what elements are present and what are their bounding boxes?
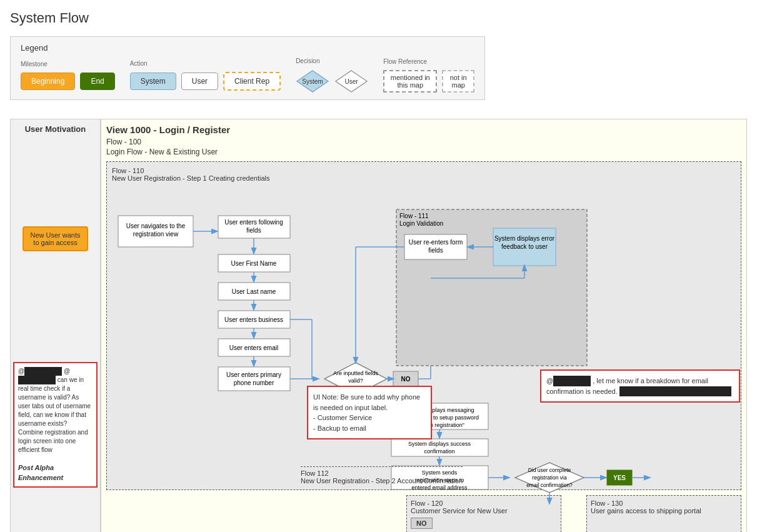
comment-box-right: @■■■■■ , let me know if a breakdown for … [540, 369, 740, 403]
svg-text:YES: YES [613, 474, 626, 481]
legend-end: End [80, 73, 114, 90]
svg-rect-24 [218, 367, 290, 391]
no-badge: NO [411, 518, 433, 529]
svg-text:User enters business: User enters business [224, 316, 283, 323]
decision-user-icon: User [334, 69, 368, 93]
svg-text:Are inputted fields: Are inputted fields [333, 370, 379, 376]
flow-bottom: Flow - 120 Customer Service for New User… [106, 495, 741, 532]
svg-text:entered email address: entered email address [411, 484, 468, 491]
svg-text:User Last name: User Last name [232, 288, 276, 295]
svg-text:email confirmation?: email confirmation? [526, 482, 573, 488]
svg-text:fields: fields [246, 227, 261, 234]
motivation-node: New User wants to gain access [23, 226, 88, 251]
svg-text:Flow - 111: Flow - 111 [399, 213, 429, 219]
svg-text:registration via: registration via [532, 474, 567, 481]
flow112-desc: New User Registration - Step 2 Account C… [301, 477, 463, 484]
svg-text:Did user complete: Did user complete [528, 467, 571, 473]
flow120-desc: Customer Service for New User [411, 507, 557, 514]
action-label: Action [130, 60, 281, 67]
legend-box: Legend Milestone Beginning End Action Sy… [10, 36, 485, 100]
ui-note-text: UI Note: Be sure to add why phone is nee… [313, 392, 426, 433]
milestone-label: Milestone [21, 61, 115, 68]
view-title: View 1000 - Login / Register [106, 124, 741, 135]
svg-text:User enters following: User enters following [224, 219, 283, 226]
flow100-desc: Login Flow - New & Existing User [106, 148, 741, 156]
page-container: System Flow Legend Milestone Beginning E… [0, 0, 757, 532]
flowchart-svg: User navigates to the registration view … [112, 184, 718, 484]
decision-system-icon: System [296, 69, 329, 93]
flow-ref-not: not in map [442, 70, 474, 93]
svg-text:confirmation: confirmation [424, 448, 454, 454]
flow-ref-label: Flow Reference [383, 58, 474, 65]
comment-box-left: @■■ @■■■■■ can we in real time check if … [13, 362, 98, 488]
page-title: System Flow [10, 10, 747, 26]
comment-text: @■■ @■■■■■ can we in real time check if … [18, 368, 91, 453]
svg-text:User navigates to the: User navigates to the [126, 223, 186, 229]
ui-note-box: UI Note: Be sure to add why phone is nee… [307, 386, 432, 439]
svg-text:User re-enters form: User re-enters form [409, 239, 463, 246]
svg-text:phone number: phone number [234, 379, 274, 386]
legend-action: Action System User Client Rep [130, 60, 281, 91]
flow110-desc: New User Registration - Step 1 Creating … [112, 174, 270, 182]
legend-user: User [181, 73, 218, 90]
flow112-label: Flow 112 New User Registration - Step 2 … [301, 466, 463, 484]
svg-text:Login Validation: Login Validation [399, 220, 443, 227]
legend-beginning: Beginning [21, 73, 75, 90]
svg-text:NO: NO [401, 376, 411, 383]
sidebar-title: User Motivation [25, 124, 86, 134]
flow-content: View 1000 - Login / Register Flow - 100 … [101, 119, 747, 532]
flow-120-box: Flow - 120 Customer Service for New User… [406, 495, 561, 532]
svg-text:User: User [345, 78, 359, 85]
svg-text:registration view: registration view [133, 231, 179, 238]
svg-text:valid?: valid? [348, 378, 363, 384]
flow-110: Flow - 110 New User Registration - Step … [106, 161, 741, 490]
flow112-label-text: Flow 112 [301, 469, 329, 477]
redacted-text: ■■■■■■■■■■■■■■■■■■■■■■■■■■■ [619, 386, 731, 397]
legend-milestone: Milestone Beginning End [21, 61, 115, 90]
legend-flow-ref: Flow Reference mentioned in this map not… [383, 58, 474, 93]
legend-title: Legend [21, 43, 474, 53]
legend-decision: Decision System User [296, 58, 368, 93]
flow130-desc: User gains access to shipping portal [591, 507, 737, 514]
flow130-label: Flow - 130 [591, 499, 737, 507]
flow100: Flow - 100 [106, 138, 741, 146]
svg-text:feedback to user: feedback to user [501, 243, 548, 250]
comment-right-user: @■■■■■ [546, 377, 591, 384]
svg-text:User First Name: User First Name [231, 260, 277, 267]
sidebar: User Motivation New User wants to gain a… [10, 119, 101, 532]
svg-text:User enters primary: User enters primary [226, 371, 281, 378]
svg-rect-38 [396, 209, 587, 366]
svg-text:User enters email: User enters email [229, 344, 278, 351]
flow-ref-mentioned: mentioned in this map [383, 70, 437, 93]
flow120-no: NO [411, 519, 557, 527]
flow-130-box: Flow - 130 User gains access to shipping… [586, 495, 741, 532]
svg-text:System displays error: System displays error [494, 235, 555, 242]
flow120-label: Flow - 120 [411, 499, 557, 507]
flow110-label: Flow - 110 [112, 167, 144, 174]
flow110-header: Flow - 110 New User Registration - Step … [112, 167, 736, 182]
comment-italic: Post Alpha Enhancement [18, 464, 63, 481]
legend-system: System [130, 73, 176, 90]
main-area: User Motivation New User wants to gain a… [10, 119, 747, 532]
decision-label: Decision [296, 58, 368, 64]
legend-client-rep: Client Rep [223, 72, 281, 91]
svg-text:System: System [302, 78, 323, 85]
svg-text:System displays success: System displays success [408, 441, 471, 447]
svg-text:fields: fields [428, 247, 443, 254]
